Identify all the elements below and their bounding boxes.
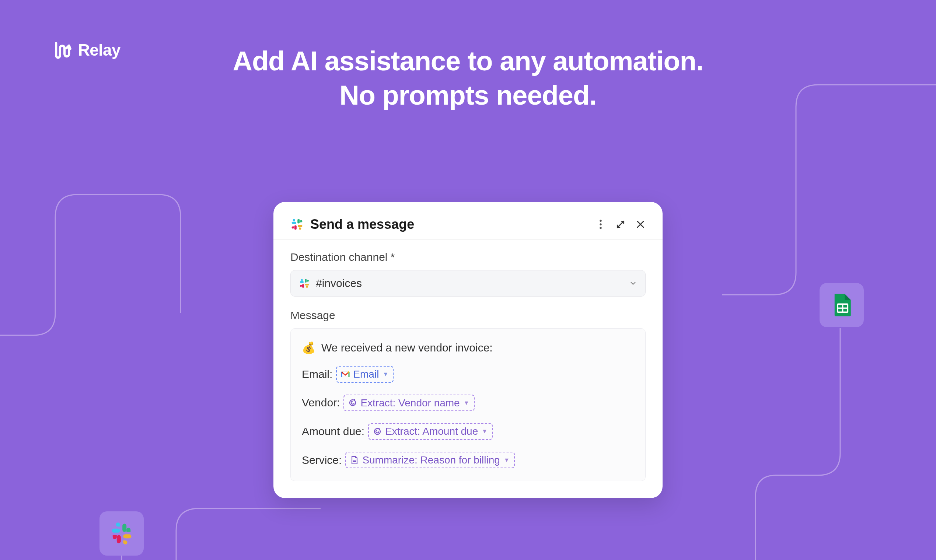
amount-chip-text: Extract: Amount due (385, 425, 478, 438)
destination-channel-value: #invoices (316, 277, 362, 289)
svg-rect-15 (305, 284, 309, 286)
email-chip-text: Email (353, 368, 379, 381)
headline-line-1: Add AI assistance to any automation. (155, 44, 781, 78)
svg-rect-8 (298, 225, 302, 227)
brand-logo: Relay (52, 40, 120, 60)
message-intro-line: 💰 We received a new vendor invoice: (302, 341, 634, 354)
ai-summarize-icon (350, 455, 359, 465)
expand-icon (616, 220, 625, 229)
svg-rect-6 (112, 529, 120, 533)
headline-line-2: No prompts needed. (155, 78, 781, 113)
svg-rect-3 (122, 524, 126, 532)
svg-point-12 (600, 223, 601, 225)
slack-icon (109, 521, 134, 546)
chevron-down-icon (629, 279, 637, 288)
chevron-down-icon: ▼ (504, 457, 510, 463)
slack-icon (299, 278, 310, 289)
ai-extract-icon (373, 427, 382, 436)
destination-channel-label: Destination channel * (290, 251, 646, 263)
brand-name: Relay (78, 41, 120, 59)
svg-rect-16 (302, 284, 304, 288)
gmail-icon (340, 369, 350, 379)
close-button[interactable] (635, 219, 646, 229)
google-sheets-badge (819, 283, 864, 327)
chevron-down-icon: ▼ (482, 428, 488, 435)
amount-field-label: Amount due: (302, 425, 365, 438)
svg-rect-4 (123, 534, 131, 538)
divider (273, 240, 663, 240)
chevron-down-icon: ▼ (463, 399, 470, 406)
email-variable-chip[interactable]: Email ▼ (336, 366, 394, 383)
service-field-label: Service: (302, 454, 342, 466)
google-sheets-icon (830, 293, 854, 317)
email-field-label: Email: (302, 368, 333, 381)
message-label: Message (290, 309, 646, 322)
relay-icon (52, 40, 72, 60)
send-message-card: Send a message Destination channel * (273, 202, 663, 498)
vendor-chip-text: Extract: Vendor name (360, 397, 460, 409)
slack-icon (290, 218, 304, 231)
more-menu-button[interactable] (596, 219, 606, 229)
destination-channel-select[interactable]: #invoices (290, 270, 646, 297)
card-title: Send a message (310, 217, 414, 232)
svg-rect-7 (297, 219, 300, 224)
svg-point-19 (374, 428, 380, 434)
service-chip-text: Summarize: Reason for billing (362, 454, 500, 466)
ai-extract-icon (348, 398, 357, 408)
svg-rect-10 (292, 222, 296, 224)
chevron-down-icon: ▼ (382, 371, 388, 378)
svg-rect-5 (117, 535, 121, 543)
svg-point-11 (600, 220, 601, 222)
more-vertical-icon (599, 220, 602, 229)
close-icon (636, 220, 645, 229)
service-summarize-chip[interactable]: Summarize: Reason for billing ▼ (345, 452, 514, 469)
card-header: Send a message (290, 217, 646, 232)
message-intro-text: We received a new vendor invoice: (321, 342, 493, 354)
svg-rect-17 (300, 281, 304, 283)
amount-extract-chip[interactable]: Extract: Amount due ▼ (368, 423, 493, 440)
svg-rect-9 (294, 225, 297, 229)
svg-point-13 (600, 227, 601, 229)
expand-button[interactable] (616, 219, 626, 229)
headline: Add AI assistance to any automation. No … (155, 44, 781, 112)
svg-rect-14 (305, 279, 306, 283)
slack-badge (100, 511, 144, 555)
vendor-field-label: Vendor: (302, 397, 340, 409)
moneybag-icon: 💰 (302, 341, 316, 354)
message-editor[interactable]: 💰 We received a new vendor invoice: Emai… (290, 328, 646, 481)
vendor-extract-chip[interactable]: Extract: Vendor name ▼ (343, 395, 474, 412)
svg-point-18 (350, 400, 356, 406)
